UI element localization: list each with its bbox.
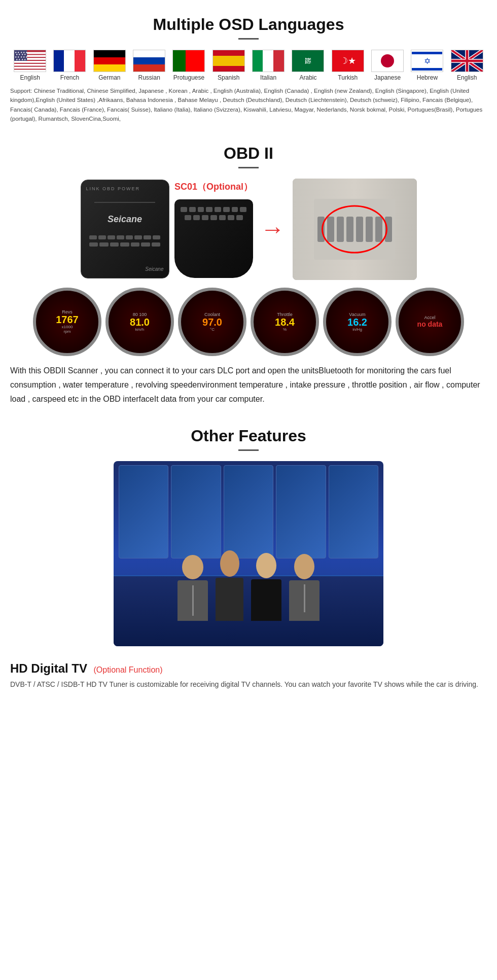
- sc01-label: SC01（Optional）: [174, 181, 253, 193]
- flag-label-english-us: English: [20, 74, 40, 81]
- flag-label-arabic: Arabic: [299, 74, 316, 81]
- flag-label-japanese: Japanese: [374, 74, 401, 81]
- news-screen-1: [119, 465, 168, 558]
- il-stripe-top: [412, 52, 442, 54]
- news-person-3: [251, 553, 281, 621]
- seicane-brand-label: Seicane: [108, 214, 142, 225]
- person-2-body: [216, 578, 243, 621]
- svg-rect-5: [14, 64, 46, 66]
- flag-item-spanish: Spanish: [209, 50, 248, 81]
- flag-label-english-gb: English: [457, 74, 477, 81]
- gauge-speed-unit: km/h: [130, 327, 150, 332]
- gauge-revs-content: Revs 1767 x1000rpm: [56, 309, 79, 334]
- person-1-tie: [192, 585, 194, 616]
- flag-item-japanese: Japanese: [368, 50, 407, 81]
- car-port-panel: [314, 199, 395, 260]
- jp-circle: [381, 54, 394, 67]
- section-other: Other Features: [0, 416, 497, 705]
- flag-es-icon: [212, 50, 245, 72]
- flag-label-french: French: [60, 74, 79, 81]
- gauge-vacuum: Vacuum 16.2 in/Hg: [323, 288, 392, 356]
- news-screen-4: [276, 465, 326, 558]
- flag-item-german: German: [90, 50, 129, 81]
- section-obd: OBD II LINK OBD POWER Seicane: [0, 134, 497, 416]
- gauge-coolant-content: Coolant 97.0 °C: [202, 312, 222, 332]
- gauge-accel-title: Accel: [417, 315, 443, 320]
- flag-gb-icon: [451, 50, 483, 72]
- hd-tv-optional-label: (Optional Function): [93, 666, 162, 674]
- gauge-revs-unit: x1000rpm: [56, 325, 79, 334]
- flag-item-turkish: ☽★ Turkish: [328, 50, 368, 81]
- arrow-right-icon: →: [261, 215, 285, 243]
- svg-rect-21: [466, 50, 468, 72]
- hd-tv-description: DVB-T / ATSC / ISDB-T HD TV Tuner is cus…: [10, 679, 487, 690]
- flag-item-russian: Russian: [129, 50, 169, 81]
- other-features-title: Other Features: [10, 427, 487, 445]
- person-3-head: [256, 553, 276, 578]
- person-1-body: [178, 580, 208, 621]
- car-port-image: [293, 179, 417, 280]
- seicane-link-label: LINK OBD POWER: [86, 186, 140, 191]
- news-people: [114, 550, 383, 621]
- flag-label-hebrew: Hebrew: [417, 74, 438, 81]
- flag-sa-icon: ﷽: [292, 50, 324, 72]
- gauge-coolant-unit: °C: [202, 327, 222, 332]
- news-bg-screens: [114, 461, 383, 563]
- gauge-coolant-value: 97.0: [202, 317, 222, 327]
- flag-item-english: ★ ★ ★ ★ ★ ★ ★ ★ ★ ★ ★ ★ ★ ★ ★ ★ ★ ★ Engl…: [10, 50, 50, 81]
- obd-description: With this OBDII Scanner , you can connec…: [10, 364, 487, 406]
- gauge-throttle-unit: %: [275, 327, 295, 332]
- other-features-divider: [238, 449, 259, 451]
- gauge-vacuum-unit: in/Hg: [347, 327, 367, 332]
- gauge-speed: 80 100 81.0 km/h: [105, 288, 174, 356]
- news-screen-2: [171, 465, 221, 558]
- flag-il-icon: ✡: [411, 50, 443, 72]
- flag-jp-icon: [371, 50, 404, 72]
- gauge-accel-content: Accel no data: [417, 315, 443, 328]
- gauge-vacuum-content: Vacuum 16.2 in/Hg: [347, 312, 367, 332]
- flag-item-english-gb: English: [447, 50, 487, 81]
- section-languages: Multiple OSD Languages ★ ★ ★ ★ ★: [0, 0, 497, 134]
- gauge-throttle: Throttle 18.4 %: [251, 288, 319, 356]
- seicane-separator: [94, 202, 155, 203]
- il-stripe-bottom: [412, 68, 442, 71]
- sc01-section: SC01（Optional）: [174, 181, 253, 278]
- section-divider: [238, 38, 259, 40]
- news-person-1: [178, 555, 208, 621]
- gauge-throttle-content: Throttle 18.4 %: [275, 312, 295, 332]
- gauge-revs-value: 1767: [56, 314, 79, 325]
- hd-tv-title-row: HD Digital TV (Optional Function): [10, 661, 487, 676]
- flags-row: ★ ★ ★ ★ ★ ★ ★ ★ ★ ★ ★ ★ ★ ★ ★ ★ ★ ★ Engl…: [10, 50, 487, 81]
- flag-label-spanish: Spanish: [218, 74, 239, 81]
- svg-rect-6: [14, 67, 46, 69]
- flag-label-italian: Italian: [260, 74, 276, 81]
- gauge-revs: Revs 1767 x1000rpm: [33, 288, 101, 356]
- il-star: ✡: [424, 56, 431, 66]
- flag-us-icon: ★ ★ ★ ★ ★ ★ ★ ★ ★ ★ ★ ★ ★ ★ ★ ★ ★ ★: [14, 50, 46, 72]
- gauge-accel: Accel no data: [396, 288, 464, 356]
- connector-pins-top: [181, 207, 246, 212]
- seicane-brand-bottom: Seicane: [145, 266, 163, 272]
- hd-tv-title: HD Digital TV: [10, 661, 87, 675]
- gauge-coolant: Coolant 97.0 °C: [178, 288, 246, 356]
- seicane-lights: LINK OBD POWER: [86, 186, 140, 191]
- svg-text:★ ★ ★ ★: ★ ★ ★ ★: [16, 58, 26, 61]
- flag-tr-icon: ☽★: [332, 50, 364, 72]
- gauge-vacuum-value: 16.2: [347, 317, 367, 327]
- gauge-speed-value: 81.0: [130, 317, 150, 327]
- flag-de-icon: [93, 50, 126, 72]
- flag-fr-icon: [53, 50, 86, 72]
- person-4-tie: [304, 584, 305, 612]
- flag-item-french: French: [50, 50, 89, 81]
- seicane-device: LINK OBD POWER Seicane: [81, 180, 169, 278]
- svg-rect-7: [14, 69, 46, 72]
- obd-section-title: OBD II: [10, 144, 487, 163]
- seicane-bottom: [89, 235, 160, 256]
- flag-it-icon: [252, 50, 285, 72]
- gauge-speed-content: 80 100 81.0 km/h: [130, 312, 150, 332]
- obd-connector-body: [174, 199, 253, 278]
- section-title: Multiple OSD Languages: [10, 15, 487, 34]
- flag-item-portuguese: Protuguese: [169, 50, 208, 81]
- person-3-body: [251, 579, 281, 621]
- seicane-pins-row1: [89, 235, 160, 239]
